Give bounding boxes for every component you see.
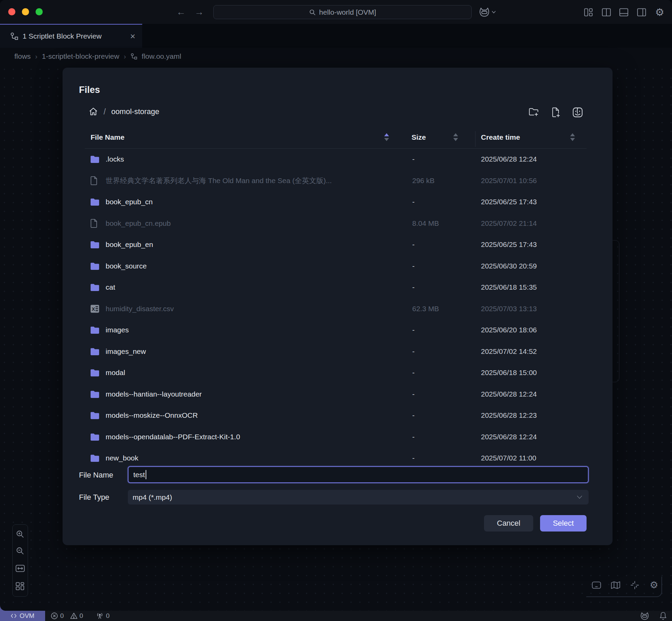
file-size: - xyxy=(412,240,415,249)
filename-input[interactable]: test xyxy=(128,466,589,483)
table-row[interactable]: X images - 2025/06/20 18:06 xyxy=(85,319,587,341)
file-size: - xyxy=(412,283,415,291)
error-icon xyxy=(51,612,58,620)
window-close-button[interactable] xyxy=(8,8,15,15)
status-bar: OVM 0 0 0 xyxy=(0,611,672,621)
table-row[interactable]: X cat - 2025/06/18 15:35 xyxy=(85,277,587,298)
finder-icon xyxy=(573,107,583,118)
zoom-in-button[interactable] xyxy=(15,529,25,539)
table-row[interactable]: X models--moskize--OnnxOCR - 2025/06/28 … xyxy=(85,405,587,426)
table-row[interactable]: X models--hantian--layoutreader - 2025/0… xyxy=(85,384,587,405)
panel-right-icon xyxy=(637,8,646,16)
console-toggle-button[interactable] xyxy=(591,579,602,591)
tab-close-icon[interactable]: × xyxy=(130,32,135,41)
svg-text:X: X xyxy=(92,306,95,312)
cat-mascot-icon[interactable] xyxy=(640,611,649,621)
flow-canvas: Files / oomol-storage File Name Size Cre… xyxy=(0,65,672,611)
panel-bottom-button[interactable] xyxy=(618,6,630,18)
cancel-button[interactable]: Cancel xyxy=(484,515,533,532)
table-row[interactable]: X humidity_disaster.csv 62.3 MB 2025/07/… xyxy=(85,298,587,320)
file-icon xyxy=(90,176,97,185)
table-row[interactable]: X modal - 2025/06/18 15:00 xyxy=(85,362,587,384)
table-row[interactable]: X book_source - 2025/06/30 20:59 xyxy=(85,256,587,277)
map-icon xyxy=(611,581,620,589)
column-header-filename[interactable]: File Name xyxy=(91,133,124,141)
folder-icon xyxy=(90,433,99,441)
folder-icon xyxy=(90,454,99,462)
blocks-layout-icon xyxy=(16,582,25,590)
split-columns-button[interactable] xyxy=(600,6,613,18)
back-arrow-icon[interactable]: ← xyxy=(176,7,186,17)
breadcrumb-item-flows[interactable]: flows xyxy=(14,52,31,60)
file-created: 2025/07/02 14:52 xyxy=(481,347,537,356)
command-search-input[interactable]: hello-world [OVM] xyxy=(213,5,472,19)
breadcrumb-item-file[interactable]: flow.oo.yaml xyxy=(142,52,182,60)
assistant-menu-button[interactable] xyxy=(479,5,500,19)
titlebar: ← → hello-world [OVM] ⚙ xyxy=(0,0,672,24)
panel-right-button[interactable] xyxy=(635,6,648,18)
sort-control-filename[interactable] xyxy=(384,133,389,143)
minimap-button[interactable] xyxy=(610,579,621,591)
settings-button[interactable]: ⚙ xyxy=(654,6,666,18)
file-created: 2025/06/18 15:00 xyxy=(481,369,537,377)
file-name: images xyxy=(106,326,129,334)
table-row[interactable]: X book_epub_cn.epub 8.04 MB 2025/07/02 2… xyxy=(85,213,587,234)
auto-layout-button[interactable] xyxy=(15,581,25,591)
folder-icon xyxy=(90,198,99,206)
sort-control-createtime[interactable] xyxy=(570,133,575,143)
table-row[interactable]: X new_book - 2025/07/02 11:00 xyxy=(85,447,587,462)
excel-icon: X xyxy=(90,304,99,313)
window-maximize-button[interactable] xyxy=(36,8,43,15)
table-row[interactable]: X .locks - 2025/06/28 12:24 xyxy=(85,149,587,170)
file-name: models--moskize--OnnxOCR xyxy=(106,411,198,419)
filename-value: test xyxy=(133,471,145,479)
filetype-value: mp4 (*.mp4) xyxy=(133,493,172,501)
path-current-folder[interactable]: oomol-storage xyxy=(111,107,159,116)
search-text: hello-world [OVM] xyxy=(319,8,376,16)
canvas-corner-toolbar: ⚙ xyxy=(591,579,660,591)
table-row[interactable]: X 世界经典文学名著系列老人与海 The Old Man and the Sea… xyxy=(85,170,587,192)
file-name: images_new xyxy=(106,347,146,356)
folder-icon xyxy=(90,155,99,163)
remote-indicator[interactable]: OVM xyxy=(0,611,45,621)
fit-view-button[interactable] xyxy=(15,563,25,574)
select-button[interactable]: Select xyxy=(540,515,587,532)
filetype-select[interactable]: mp4 (*.mp4) xyxy=(128,490,589,505)
ports-indicator[interactable]: 0 xyxy=(96,612,110,620)
problems-indicator[interactable]: 0 0 xyxy=(51,612,83,620)
forward-arrow-icon[interactable]: → xyxy=(194,7,204,17)
home-icon[interactable] xyxy=(89,107,98,116)
sort-control-size[interactable] xyxy=(453,133,458,143)
file-name: cat xyxy=(106,283,115,291)
table-row[interactable]: X images_new - 2025/07/02 14:52 xyxy=(85,341,587,362)
file-created: 2025/06/25 17:43 xyxy=(481,198,537,206)
zoom-out-icon xyxy=(16,547,25,555)
file-created: 2025/06/28 12:23 xyxy=(481,411,537,419)
tab-scriptlet-block-preview[interactable]: 1 Scriptlet Block Preview × xyxy=(0,24,142,48)
file-size: - xyxy=(412,433,415,441)
file-size: - xyxy=(412,411,415,419)
bell-icon[interactable] xyxy=(659,611,667,620)
breadcrumb-item-flow-folder[interactable]: 1-scriptlet-block-preview xyxy=(42,52,119,60)
window-minimize-button[interactable] xyxy=(22,8,29,15)
components-layout-button[interactable] xyxy=(582,6,595,18)
canvas-settings-button[interactable]: ⚙ xyxy=(648,579,660,591)
center-view-button[interactable] xyxy=(629,579,641,591)
open-in-finder-button[interactable] xyxy=(571,106,584,119)
table-row[interactable]: X book_epub_cn - 2025/06/25 17:43 xyxy=(85,191,587,213)
zoom-out-button[interactable] xyxy=(15,546,25,556)
file-size: - xyxy=(412,390,415,398)
table-header: File Name Size Create time xyxy=(63,130,613,148)
folder-icon xyxy=(90,241,99,248)
new-file-button[interactable] xyxy=(549,106,562,119)
path-separator: / xyxy=(104,107,106,116)
table-row[interactable]: X book_epub_en - 2025/06/25 17:43 xyxy=(85,234,587,256)
gear-icon: ⚙ xyxy=(655,7,664,17)
column-header-size[interactable]: Size xyxy=(412,133,426,141)
file-created: 2025/06/28 12:24 xyxy=(481,155,537,163)
table-row[interactable]: X models--opendatalab--PDF-Extract-Kit-1… xyxy=(85,426,587,448)
collapse-center-icon xyxy=(630,581,639,590)
column-header-createtime[interactable]: Create time xyxy=(481,133,520,141)
new-folder-button[interactable] xyxy=(527,106,540,119)
file-size: 62.3 MB xyxy=(412,305,439,313)
